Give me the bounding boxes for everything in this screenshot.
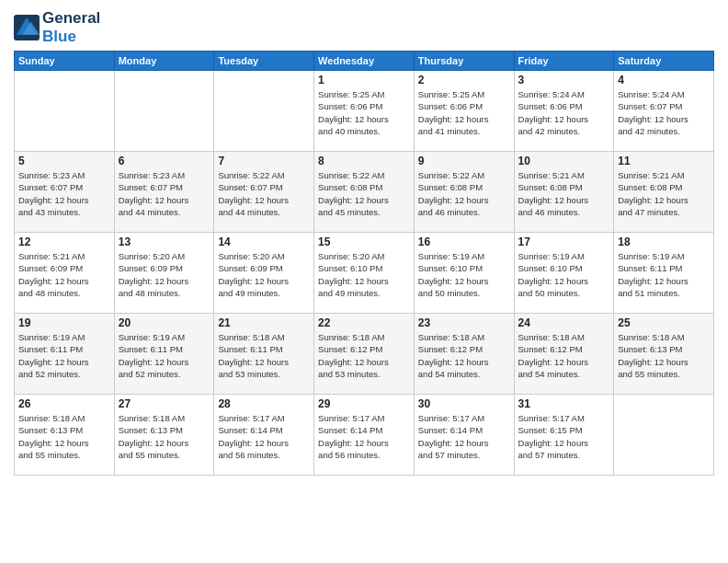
day-cell: 14Sunrise: 5:20 AM Sunset: 6:09 PM Dayli… bbox=[214, 233, 314, 314]
day-cell: 27Sunrise: 5:18 AM Sunset: 6:13 PM Dayli… bbox=[114, 395, 214, 476]
week-row-5: 26Sunrise: 5:18 AM Sunset: 6:13 PM Dayli… bbox=[15, 395, 714, 476]
day-info: Sunrise: 5:22 AM Sunset: 6:07 PM Dayligh… bbox=[218, 169, 310, 218]
day-info: Sunrise: 5:18 AM Sunset: 6:12 PM Dayligh… bbox=[518, 331, 610, 380]
day-number: 18 bbox=[618, 236, 710, 248]
day-info: Sunrise: 5:18 AM Sunset: 6:13 PM Dayligh… bbox=[18, 412, 110, 461]
logo: General Blue bbox=[14, 9, 100, 45]
week-row-2: 5Sunrise: 5:23 AM Sunset: 6:07 PM Daylig… bbox=[15, 152, 714, 233]
day-info: Sunrise: 5:17 AM Sunset: 6:15 PM Dayligh… bbox=[518, 412, 610, 461]
day-cell bbox=[15, 71, 115, 152]
day-info: Sunrise: 5:23 AM Sunset: 6:07 PM Dayligh… bbox=[119, 169, 210, 218]
day-cell: 11Sunrise: 5:21 AM Sunset: 6:08 PM Dayli… bbox=[614, 152, 714, 233]
day-number: 31 bbox=[518, 397, 610, 410]
day-cell: 3Sunrise: 5:24 AM Sunset: 6:06 PM Daylig… bbox=[514, 71, 614, 152]
day-cell: 5Sunrise: 5:23 AM Sunset: 6:07 PM Daylig… bbox=[15, 152, 115, 233]
day-number: 10 bbox=[518, 155, 610, 167]
day-info: Sunrise: 5:20 AM Sunset: 6:10 PM Dayligh… bbox=[318, 250, 410, 299]
weekday-header-row: SundayMondayTuesdayWednesdayThursdayFrid… bbox=[15, 52, 714, 71]
day-info: Sunrise: 5:23 AM Sunset: 6:07 PM Dayligh… bbox=[18, 169, 110, 218]
logo-icon bbox=[14, 15, 40, 40]
day-cell: 6Sunrise: 5:23 AM Sunset: 6:07 PM Daylig… bbox=[114, 152, 214, 233]
day-number: 16 bbox=[418, 236, 510, 248]
day-cell: 4Sunrise: 5:24 AM Sunset: 6:07 PM Daylig… bbox=[614, 71, 714, 152]
day-cell: 21Sunrise: 5:18 AM Sunset: 6:11 PM Dayli… bbox=[214, 314, 314, 395]
day-info: Sunrise: 5:20 AM Sunset: 6:09 PM Dayligh… bbox=[119, 250, 210, 299]
day-cell: 7Sunrise: 5:22 AM Sunset: 6:07 PM Daylig… bbox=[214, 152, 314, 233]
day-cell: 24Sunrise: 5:18 AM Sunset: 6:12 PM Dayli… bbox=[514, 314, 614, 395]
day-cell bbox=[614, 395, 714, 476]
day-info: Sunrise: 5:21 AM Sunset: 6:09 PM Dayligh… bbox=[18, 250, 110, 299]
day-cell: 31Sunrise: 5:17 AM Sunset: 6:15 PM Dayli… bbox=[514, 395, 614, 476]
day-number: 21 bbox=[218, 316, 310, 329]
day-info: Sunrise: 5:19 AM Sunset: 6:10 PM Dayligh… bbox=[418, 250, 510, 299]
day-cell: 18Sunrise: 5:19 AM Sunset: 6:11 PM Dayli… bbox=[614, 233, 714, 314]
day-number: 26 bbox=[18, 397, 110, 410]
day-info: Sunrise: 5:25 AM Sunset: 6:06 PM Dayligh… bbox=[318, 88, 410, 137]
week-row-1: 1Sunrise: 5:25 AM Sunset: 6:06 PM Daylig… bbox=[15, 71, 714, 152]
day-number: 30 bbox=[418, 397, 510, 410]
day-number: 5 bbox=[18, 155, 110, 167]
day-cell: 22Sunrise: 5:18 AM Sunset: 6:12 PM Dayli… bbox=[314, 314, 415, 395]
day-cell: 12Sunrise: 5:21 AM Sunset: 6:09 PM Dayli… bbox=[15, 233, 115, 314]
day-info: Sunrise: 5:18 AM Sunset: 6:12 PM Dayligh… bbox=[318, 331, 410, 380]
day-number: 29 bbox=[318, 397, 410, 410]
logo-text: General Blue bbox=[42, 9, 100, 45]
day-number: 4 bbox=[618, 74, 710, 86]
day-info: Sunrise: 5:17 AM Sunset: 6:14 PM Dayligh… bbox=[318, 412, 410, 461]
day-info: Sunrise: 5:22 AM Sunset: 6:08 PM Dayligh… bbox=[318, 169, 410, 218]
weekday-header-friday: Friday bbox=[514, 52, 614, 71]
day-number: 24 bbox=[518, 316, 610, 329]
day-number: 12 bbox=[18, 236, 110, 248]
day-info: Sunrise: 5:20 AM Sunset: 6:09 PM Dayligh… bbox=[218, 250, 310, 299]
weekday-header-thursday: Thursday bbox=[414, 52, 514, 71]
weekday-header-sunday: Sunday bbox=[15, 52, 115, 71]
calendar-table: SundayMondayTuesdayWednesdayThursdayFrid… bbox=[14, 51, 714, 476]
day-cell: 29Sunrise: 5:17 AM Sunset: 6:14 PM Dayli… bbox=[314, 395, 415, 476]
day-info: Sunrise: 5:18 AM Sunset: 6:11 PM Dayligh… bbox=[218, 331, 310, 380]
day-cell: 13Sunrise: 5:20 AM Sunset: 6:09 PM Dayli… bbox=[114, 233, 214, 314]
day-number: 14 bbox=[218, 236, 310, 248]
day-info: Sunrise: 5:21 AM Sunset: 6:08 PM Dayligh… bbox=[518, 169, 610, 218]
day-info: Sunrise: 5:19 AM Sunset: 6:11 PM Dayligh… bbox=[618, 250, 710, 299]
day-info: Sunrise: 5:18 AM Sunset: 6:13 PM Dayligh… bbox=[119, 412, 210, 461]
week-row-3: 12Sunrise: 5:21 AM Sunset: 6:09 PM Dayli… bbox=[15, 233, 714, 314]
calendar-page: General Blue SundayMondayTuesdayWednesda… bbox=[0, 0, 728, 563]
day-number: 17 bbox=[518, 236, 610, 248]
day-number: 6 bbox=[119, 155, 210, 167]
day-number: 27 bbox=[119, 397, 210, 410]
day-info: Sunrise: 5:24 AM Sunset: 6:07 PM Dayligh… bbox=[618, 88, 710, 137]
weekday-header-monday: Monday bbox=[114, 52, 214, 71]
day-cell bbox=[114, 71, 214, 152]
day-cell: 26Sunrise: 5:18 AM Sunset: 6:13 PM Dayli… bbox=[15, 395, 115, 476]
day-cell: 20Sunrise: 5:19 AM Sunset: 6:11 PM Dayli… bbox=[114, 314, 214, 395]
day-cell: 19Sunrise: 5:19 AM Sunset: 6:11 PM Dayli… bbox=[15, 314, 115, 395]
day-number: 7 bbox=[218, 155, 310, 167]
day-number: 3 bbox=[518, 74, 610, 86]
day-info: Sunrise: 5:17 AM Sunset: 6:14 PM Dayligh… bbox=[218, 412, 310, 461]
day-cell: 2Sunrise: 5:25 AM Sunset: 6:06 PM Daylig… bbox=[414, 71, 514, 152]
day-info: Sunrise: 5:17 AM Sunset: 6:14 PM Dayligh… bbox=[418, 412, 510, 461]
day-info: Sunrise: 5:24 AM Sunset: 6:06 PM Dayligh… bbox=[518, 88, 610, 137]
day-cell: 23Sunrise: 5:18 AM Sunset: 6:12 PM Dayli… bbox=[414, 314, 514, 395]
day-cell: 9Sunrise: 5:22 AM Sunset: 6:08 PM Daylig… bbox=[414, 152, 514, 233]
weekday-header-saturday: Saturday bbox=[614, 52, 714, 71]
day-number: 28 bbox=[218, 397, 310, 410]
day-info: Sunrise: 5:19 AM Sunset: 6:11 PM Dayligh… bbox=[18, 331, 110, 380]
day-number: 13 bbox=[119, 236, 210, 248]
day-cell bbox=[214, 71, 314, 152]
day-cell: 17Sunrise: 5:19 AM Sunset: 6:10 PM Dayli… bbox=[514, 233, 614, 314]
day-number: 20 bbox=[119, 316, 210, 329]
day-cell: 30Sunrise: 5:17 AM Sunset: 6:14 PM Dayli… bbox=[414, 395, 514, 476]
day-cell: 28Sunrise: 5:17 AM Sunset: 6:14 PM Dayli… bbox=[214, 395, 314, 476]
day-number: 23 bbox=[418, 316, 510, 329]
day-cell: 10Sunrise: 5:21 AM Sunset: 6:08 PM Dayli… bbox=[514, 152, 614, 233]
day-info: Sunrise: 5:19 AM Sunset: 6:10 PM Dayligh… bbox=[518, 250, 610, 299]
day-number: 15 bbox=[318, 236, 410, 248]
week-row-4: 19Sunrise: 5:19 AM Sunset: 6:11 PM Dayli… bbox=[15, 314, 714, 395]
day-number: 8 bbox=[318, 155, 410, 167]
weekday-header-tuesday: Tuesday bbox=[214, 52, 314, 71]
day-cell: 15Sunrise: 5:20 AM Sunset: 6:10 PM Dayli… bbox=[314, 233, 415, 314]
weekday-header-wednesday: Wednesday bbox=[314, 52, 415, 71]
day-info: Sunrise: 5:19 AM Sunset: 6:11 PM Dayligh… bbox=[119, 331, 210, 380]
day-number: 9 bbox=[418, 155, 510, 167]
